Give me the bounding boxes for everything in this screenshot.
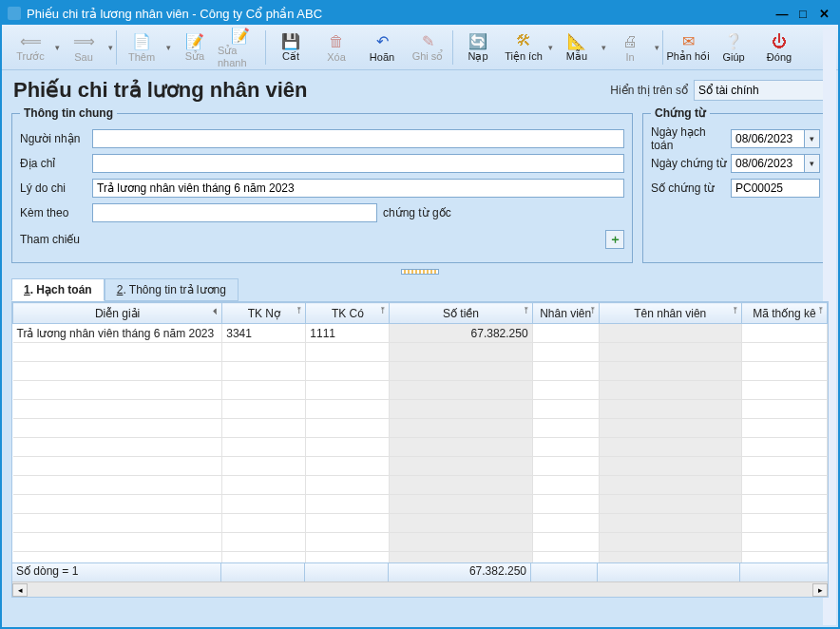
grid-cell[interactable]	[306, 400, 390, 419]
quick-edit-button[interactable]: 📝Sửa nhanh	[218, 24, 263, 70]
maximize-button[interactable]: □	[794, 6, 811, 21]
table-row[interactable]	[13, 476, 828, 495]
table-row[interactable]	[13, 495, 828, 514]
grid-cell[interactable]	[599, 419, 741, 438]
grid-cell[interactable]	[599, 381, 741, 400]
grid-cell[interactable]: 3341	[222, 324, 306, 343]
table-row[interactable]	[13, 438, 828, 457]
add-reference-button[interactable]: ＋	[605, 230, 624, 249]
grid-cell[interactable]	[741, 457, 827, 476]
grid-cell[interactable]	[222, 495, 306, 514]
table-row[interactable]	[13, 514, 828, 533]
grid-cell[interactable]	[532, 400, 599, 419]
grid-cell[interactable]	[741, 495, 827, 514]
grid-cell[interactable]	[390, 400, 532, 419]
grid-cell[interactable]	[306, 495, 390, 514]
col-credit-account[interactable]: TK Có⤒	[306, 303, 390, 324]
grid-cell[interactable]	[532, 514, 599, 533]
table-row[interactable]	[13, 419, 828, 438]
grid-cell[interactable]	[741, 514, 827, 533]
grid-cell[interactable]	[599, 324, 741, 343]
grid-cell[interactable]	[599, 343, 741, 362]
grid-cell[interactable]	[13, 476, 222, 495]
template-button[interactable]: 📐Mẫu	[554, 29, 600, 65]
grid-cell[interactable]	[222, 400, 306, 419]
grid-cell[interactable]: 1111	[306, 324, 390, 343]
col-stat-code[interactable]: Mã thống kê⤒	[741, 303, 827, 324]
grid-cell[interactable]	[532, 324, 599, 343]
grid-cell[interactable]	[390, 362, 532, 381]
grid-cell[interactable]	[13, 495, 222, 514]
print-dropdown[interactable]: ▾	[653, 43, 660, 52]
table-row[interactable]	[13, 533, 828, 552]
grid-cell[interactable]	[599, 495, 741, 514]
grid-cell[interactable]	[741, 476, 827, 495]
grid-cell[interactable]	[306, 533, 390, 552]
col-amount[interactable]: Số tiền⤒	[390, 303, 532, 324]
grid-cell[interactable]	[13, 343, 222, 362]
grid-cell[interactable]	[222, 533, 306, 552]
grid-cell[interactable]	[222, 343, 306, 362]
grid-cell[interactable]	[390, 495, 532, 514]
prev-dropdown[interactable]: ▾	[53, 43, 61, 52]
next-button[interactable]: ⟹Sau	[61, 30, 106, 65]
attach-input[interactable]	[92, 203, 377, 222]
grid-cell[interactable]	[741, 324, 827, 343]
post-button[interactable]: ✎Ghi sổ	[405, 29, 450, 65]
grid-cell[interactable]	[532, 438, 599, 457]
reason-input[interactable]	[92, 179, 624, 198]
grid-cell[interactable]	[390, 438, 532, 457]
tab-accounting[interactable]: 1. Hạch toán	[11, 278, 105, 301]
close-button[interactable]: ⏻Đóng	[756, 30, 802, 65]
grid-cell[interactable]	[222, 457, 306, 476]
grid-cell[interactable]	[222, 438, 306, 457]
grid-cell[interactable]	[13, 457, 222, 476]
grid-cell[interactable]	[222, 476, 306, 495]
feedback-button[interactable]: ✉Phản hồi	[665, 29, 711, 65]
grid-cell[interactable]: Trả lương nhân viên tháng 6 năm 2023	[13, 324, 222, 343]
print-button[interactable]: 🖨In	[607, 30, 653, 65]
delete-button[interactable]: 🗑Xóa	[314, 30, 359, 65]
scroll-right-icon[interactable]: ▸	[812, 583, 828, 597]
grid-cell[interactable]	[532, 362, 599, 381]
grid-cell[interactable]	[306, 381, 390, 400]
edit-button[interactable]: 📝Sửa	[172, 29, 218, 65]
grid-cell[interactable]	[13, 362, 222, 381]
grid-cell[interactable]	[13, 400, 222, 419]
grid-cell[interactable]	[741, 400, 827, 419]
grid-cell[interactable]	[222, 419, 306, 438]
table-row[interactable]	[13, 400, 828, 419]
panel-splitter[interactable]	[2, 267, 838, 276]
grid-cell[interactable]	[741, 438, 827, 457]
add-dropdown[interactable]: ▾	[164, 43, 172, 52]
table-row[interactable]: Trả lương nhân viên tháng 6 năm 20233341…	[13, 324, 828, 343]
next-dropdown[interactable]: ▾	[106, 43, 114, 52]
grid-cell[interactable]	[390, 514, 532, 533]
recipient-input[interactable]	[92, 129, 624, 148]
scroll-left-icon[interactable]: ◂	[12, 583, 28, 597]
table-row[interactable]	[13, 457, 828, 476]
col-description[interactable]: Diễn giải⏴	[13, 303, 222, 324]
grid-cell[interactable]	[599, 514, 741, 533]
grid-cell[interactable]	[390, 533, 532, 552]
table-row[interactable]	[13, 343, 828, 362]
grid-cell[interactable]	[741, 533, 827, 552]
prev-button[interactable]: ⟸Trước	[8, 29, 53, 65]
utilities-button[interactable]: 🛠Tiện ích	[501, 29, 546, 65]
display-on-book-input[interactable]	[694, 80, 827, 101]
grid-cell[interactable]	[599, 362, 741, 381]
undo-button[interactable]: ↶Hoãn	[359, 30, 405, 65]
grid-cell[interactable]	[306, 514, 390, 533]
grid-horizontal-scroll[interactable]: ◂ ▸	[12, 581, 828, 597]
grid-cell[interactable]	[532, 495, 599, 514]
grid-cell[interactable]	[741, 343, 827, 362]
post-date-picker[interactable]: ▾	[805, 129, 820, 148]
grid-cell[interactable]	[599, 476, 741, 495]
grid-cell[interactable]	[306, 343, 390, 362]
grid-cell[interactable]	[306, 419, 390, 438]
grid-cell[interactable]	[390, 381, 532, 400]
col-employee[interactable]: Nhân viên⤒	[532, 303, 599, 324]
grid-cell[interactable]	[13, 438, 222, 457]
minimize-button[interactable]: —	[773, 6, 791, 21]
grid-cell[interactable]	[741, 419, 827, 438]
